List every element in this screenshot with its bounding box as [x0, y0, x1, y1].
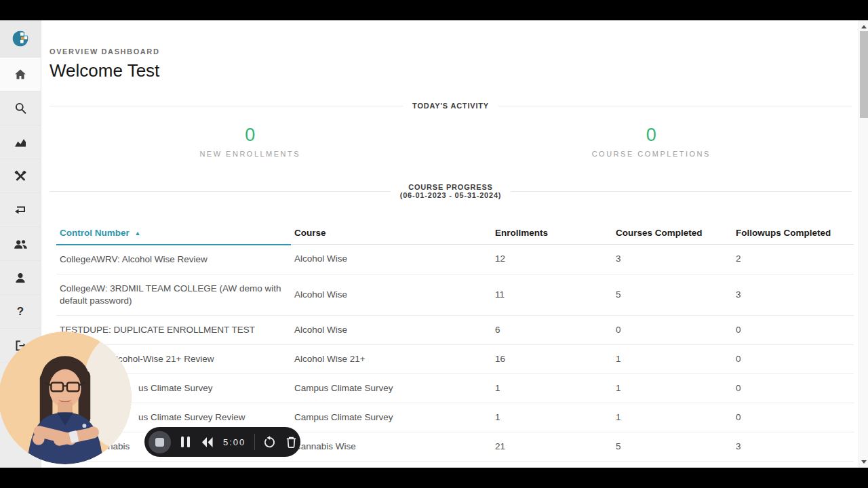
table-row[interactable]: CollegeAW: 3RDMIL TEAM COLLEGE (AW demo … — [56, 274, 854, 315]
tools-icon — [14, 169, 27, 183]
cell-course: Alcohol Wise — [291, 274, 492, 315]
course-progress-divider: COURSE PROGRESS (06-01-2023 - 05-31-2024… — [50, 183, 852, 199]
divider-line — [511, 191, 852, 192]
cell-enrollments: 16 — [492, 344, 612, 373]
sidebar-item-return[interactable] — [0, 193, 41, 227]
toolbar-divider — [254, 434, 255, 450]
table-header-row: Control Number ▲ Course Enrollments Cour… — [56, 221, 854, 245]
breadcrumb: OVERVIEW DASHBOARD — [50, 47, 159, 56]
sidebar-item-reports[interactable] — [0, 125, 41, 159]
column-label: Followups Completed — [736, 228, 831, 238]
area-chart-icon — [14, 136, 27, 149]
stat-value: 0 — [451, 125, 852, 144]
course-progress-label: COURSE PROGRESS — [400, 183, 502, 191]
screen: ? OVERVIEW DASHBOARD Welcome Test TODAY'… — [0, 0, 868, 488]
webcam-overlay — [0, 331, 132, 464]
sidebar-item-logo[interactable] — [0, 20, 41, 58]
cell-courses-completed: 1 — [612, 403, 732, 432]
cell-courses-completed: 0 — [612, 315, 732, 344]
home-icon — [14, 68, 27, 81]
stop-button[interactable] — [149, 431, 171, 453]
pause-button[interactable] — [181, 436, 190, 447]
table-row[interactable]: lcohol-Wise 21+ Review Alcohol Wise 21+ … — [56, 344, 854, 373]
sort-ascending-icon: ▲ — [135, 230, 141, 237]
sidebar-item-help[interactable]: ? — [0, 295, 41, 329]
cell-course: Alcohol Wise — [291, 245, 492, 274]
stat-new-enrollments: 0 NEW ENROLLMENTS — [50, 125, 451, 158]
triangle-down-icon — [861, 460, 867, 464]
sidebar-item-profile[interactable] — [0, 261, 41, 295]
column-label: Enrollments — [495, 228, 548, 238]
cell-followups-completed: 0 — [732, 403, 854, 432]
sidebar-item-tools[interactable] — [0, 159, 41, 193]
page-header: OVERVIEW DASHBOARD Welcome Test — [50, 47, 159, 81]
column-header-course[interactable]: Course — [291, 221, 492, 245]
delete-button[interactable] — [285, 436, 297, 449]
letterbox-top — [0, 0, 868, 20]
page-title: Welcome Test — [50, 60, 159, 81]
cell-courses-completed: 1 — [612, 344, 732, 373]
stat-label: NEW ENROLLMENTS — [50, 150, 451, 158]
cell-enrollments: 21 — [492, 432, 612, 461]
sidebar-item-search[interactable] — [0, 92, 41, 125]
column-label: Course — [294, 228, 326, 238]
help-icon: ? — [17, 305, 24, 319]
cell-followups-completed: 3 — [732, 432, 854, 461]
activity-stats: 0 NEW ENROLLMENTS 0 COURSE COMPLETIONS — [50, 125, 852, 158]
cell-courses-completed: 1 — [612, 373, 732, 403]
cell-enrollments: 12 — [492, 245, 612, 274]
cell-course: Alcohol Wise 21+ — [291, 344, 492, 373]
recorder-toolbar: 5:00 — [144, 427, 300, 457]
todays-activity-divider: TODAY'S ACTIVITY — [50, 102, 852, 110]
sidebar-item-groups[interactable] — [0, 227, 41, 261]
cell-course: Campus Climate Survey — [291, 373, 492, 403]
divider-line — [498, 106, 852, 106]
rewind-icon — [201, 436, 214, 448]
cell-enrollments: 6 — [492, 315, 612, 344]
todays-activity-title: TODAY'S ACTIVITY — [412, 102, 489, 110]
column-header-followups-completed[interactable]: Followups Completed — [732, 221, 854, 245]
rewind-button[interactable] — [201, 436, 214, 448]
table-row[interactable]: TESTDUPE: DUPLICATE ENROLLMENT TEST Alco… — [56, 315, 854, 344]
replay-button[interactable] — [263, 436, 276, 449]
column-header-control-number[interactable]: Control Number ▲ — [56, 221, 291, 245]
cell-followups-completed: 0 — [732, 315, 854, 344]
stat-label: COURSE COMPLETIONS — [451, 150, 852, 158]
cell-course: Alcohol Wise — [291, 315, 492, 344]
column-header-enrollments[interactable]: Enrollments — [492, 221, 612, 245]
cell-followups-completed: 2 — [732, 245, 854, 274]
cell-course: Cannabis Wise — [291, 432, 492, 461]
sidebar-item-home[interactable] — [0, 58, 41, 92]
divider-line — [50, 106, 403, 106]
scroll-up-arrow[interactable] — [859, 22, 868, 31]
assignment-return-icon — [14, 203, 27, 217]
column-header-courses-completed[interactable]: Courses Completed — [612, 221, 732, 245]
cell-enrollments: 11 — [492, 274, 612, 315]
column-label: Control Number — [60, 228, 130, 238]
cell-control-number: CollegeAWRV: Alcohol Wise Review — [56, 245, 291, 274]
table-row[interactable]: CollegeAWRV: Alcohol Wise Review Alcohol… — [56, 245, 854, 274]
stat-value: 0 — [50, 125, 451, 144]
cell-courses-completed: 5 — [612, 274, 732, 315]
cell-courses-completed: 3 — [612, 245, 732, 274]
cell-followups-completed: 3 — [732, 274, 854, 315]
column-label: Courses Completed — [616, 228, 703, 238]
person-icon — [14, 271, 27, 285]
scroll-down-arrow[interactable] — [859, 457, 868, 466]
cell-followups-completed: 0 — [732, 344, 854, 373]
stop-icon — [155, 438, 164, 447]
course-progress-title: COURSE PROGRESS (06-01-2023 - 05-31-2024… — [400, 183, 502, 199]
cell-enrollments: 1 — [492, 373, 612, 403]
table-row[interactable]: us Climate Survey Campus Climate Survey … — [56, 373, 854, 403]
brand-logo — [11, 29, 30, 48]
search-icon — [14, 102, 27, 115]
cell-control-number: CollegeAW: 3RDMIL TEAM COLLEGE (AW demo … — [56, 274, 291, 315]
cell-course: Campus Climate Survey — [291, 403, 492, 432]
presenter-portrait — [0, 331, 132, 464]
divider-line — [50, 191, 391, 192]
course-progress-date-range: (06-01-2023 - 05-31-2024) — [400, 191, 502, 199]
letterbox-bottom — [0, 468, 868, 488]
scrollbar-thumb[interactable] — [860, 31, 868, 118]
vertical-scrollbar[interactable] — [859, 20, 868, 468]
main-content: OVERVIEW DASHBOARD Welcome Test TODAY'S … — [41, 20, 859, 468]
